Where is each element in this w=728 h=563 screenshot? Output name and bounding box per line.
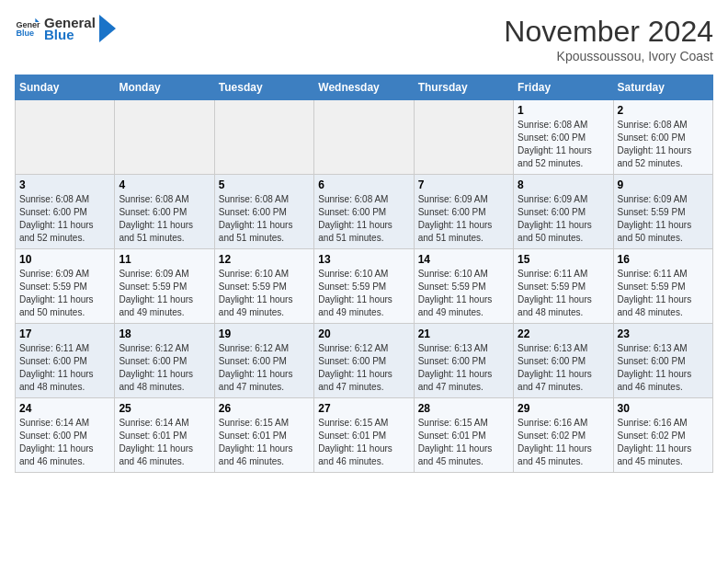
weekday-header: Tuesday — [214, 75, 313, 100]
day-number: 19 — [219, 327, 310, 340]
day-number: 12 — [219, 253, 310, 266]
day-info: Sunrise: 6:16 AMSunset: 6:02 PMDaylight:… — [518, 417, 609, 468]
day-info: Sunrise: 6:13 AMSunset: 6:00 PMDaylight:… — [418, 342, 509, 394]
calendar-cell — [414, 100, 513, 175]
day-number: 24 — [19, 402, 110, 415]
calendar-cell: 5Sunrise: 6:08 AMSunset: 6:00 PMDaylight… — [214, 175, 313, 249]
calendar-cell: 13Sunrise: 6:10 AMSunset: 5:59 PMDayligh… — [314, 249, 414, 324]
day-number: 27 — [318, 402, 409, 415]
calendar-cell — [115, 100, 214, 175]
day-info: Sunrise: 6:09 AMSunset: 6:00 PMDaylight:… — [418, 193, 509, 245]
location-text: Kpoussoussou, Ivory Coast — [504, 49, 713, 63]
day-number: 23 — [618, 327, 709, 340]
weekday-header: Monday — [115, 75, 214, 100]
header-row: SundayMondayTuesdayWednesdayThursdayFrid… — [16, 75, 713, 100]
calendar-cell: 10Sunrise: 6:09 AMSunset: 5:59 PMDayligh… — [16, 249, 115, 324]
day-number: 1 — [518, 104, 609, 117]
day-info: Sunrise: 6:10 AMSunset: 5:59 PMDaylight:… — [219, 268, 310, 319]
day-info: Sunrise: 6:09 AMSunset: 5:59 PMDaylight:… — [618, 193, 709, 245]
logo-arrow-icon — [99, 15, 116, 42]
calendar-cell: 17Sunrise: 6:11 AMSunset: 6:00 PMDayligh… — [16, 324, 115, 398]
day-number: 26 — [219, 402, 310, 415]
day-number: 10 — [19, 253, 110, 266]
day-number: 16 — [618, 253, 709, 266]
day-info: Sunrise: 6:15 AMSunset: 6:01 PMDaylight:… — [418, 417, 509, 468]
day-number: 13 — [318, 253, 409, 266]
calendar-cell: 16Sunrise: 6:11 AMSunset: 5:59 PMDayligh… — [613, 249, 712, 324]
calendar-cell: 6Sunrise: 6:08 AMSunset: 6:00 PMDaylight… — [314, 175, 414, 249]
logo-blue: Blue — [44, 27, 96, 42]
day-number: 21 — [418, 327, 509, 340]
title-block: November 2024 Kpoussoussou, Ivory Coast — [504, 15, 713, 63]
day-number: 8 — [518, 178, 609, 191]
day-info: Sunrise: 6:11 AMSunset: 5:59 PMDaylight:… — [618, 268, 709, 319]
day-number: 7 — [418, 178, 509, 191]
weekday-header: Wednesday — [314, 75, 414, 100]
calendar-cell: 21Sunrise: 6:13 AMSunset: 6:00 PMDayligh… — [414, 324, 513, 398]
day-number: 9 — [618, 178, 709, 191]
calendar-header: SundayMondayTuesdayWednesdayThursdayFrid… — [16, 75, 713, 100]
day-info: Sunrise: 6:11 AMSunset: 5:59 PMDaylight:… — [518, 268, 609, 319]
day-info: Sunrise: 6:09 AMSunset: 5:59 PMDaylight:… — [119, 268, 210, 319]
weekday-header: Friday — [514, 75, 613, 100]
day-number: 29 — [518, 402, 609, 415]
day-number: 2 — [618, 104, 709, 117]
day-number: 18 — [119, 327, 210, 340]
day-info: Sunrise: 6:09 AMSunset: 6:00 PMDaylight:… — [518, 193, 609, 245]
calendar-cell: 30Sunrise: 6:16 AMSunset: 6:02 PMDayligh… — [613, 398, 712, 473]
calendar-week-row: 3Sunrise: 6:08 AMSunset: 6:00 PMDaylight… — [16, 175, 713, 249]
month-title: November 2024 — [504, 15, 713, 49]
day-number: 22 — [518, 327, 609, 340]
day-info: Sunrise: 6:15 AMSunset: 6:01 PMDaylight:… — [318, 417, 409, 468]
calendar-cell — [16, 100, 115, 175]
page-header: General Blue General Blue November 2024 … — [15, 15, 713, 63]
calendar-cell — [214, 100, 313, 175]
day-number: 17 — [19, 327, 110, 340]
calendar-week-row: 24Sunrise: 6:14 AMSunset: 6:00 PMDayligh… — [16, 398, 713, 473]
calendar-cell: 20Sunrise: 6:12 AMSunset: 6:00 PMDayligh… — [314, 324, 414, 398]
day-info: Sunrise: 6:11 AMSunset: 6:00 PMDaylight:… — [19, 342, 110, 394]
day-info: Sunrise: 6:16 AMSunset: 6:02 PMDaylight:… — [618, 417, 709, 468]
day-info: Sunrise: 6:08 AMSunset: 6:00 PMDaylight:… — [119, 193, 210, 245]
day-number: 11 — [119, 253, 210, 266]
calendar-body: 1Sunrise: 6:08 AMSunset: 6:00 PMDaylight… — [16, 100, 713, 473]
day-info: Sunrise: 6:10 AMSunset: 5:59 PMDaylight:… — [318, 268, 409, 319]
calendar-cell: 14Sunrise: 6:10 AMSunset: 5:59 PMDayligh… — [414, 249, 513, 324]
calendar-cell: 27Sunrise: 6:15 AMSunset: 6:01 PMDayligh… — [314, 398, 414, 473]
day-info: Sunrise: 6:12 AMSunset: 6:00 PMDaylight:… — [318, 342, 409, 394]
calendar-cell: 4Sunrise: 6:08 AMSunset: 6:00 PMDaylight… — [115, 175, 214, 249]
day-number: 20 — [318, 327, 409, 340]
day-number: 4 — [119, 178, 210, 191]
day-info: Sunrise: 6:09 AMSunset: 5:59 PMDaylight:… — [19, 268, 110, 319]
weekday-header: Sunday — [16, 75, 115, 100]
calendar-cell: 25Sunrise: 6:14 AMSunset: 6:01 PMDayligh… — [115, 398, 214, 473]
calendar-cell: 9Sunrise: 6:09 AMSunset: 5:59 PMDaylight… — [613, 175, 712, 249]
calendar-cell: 2Sunrise: 6:08 AMSunset: 6:00 PMDaylight… — [613, 100, 712, 175]
logo: General Blue General Blue — [15, 15, 116, 42]
svg-marker-3 — [99, 15, 116, 42]
day-number: 14 — [418, 253, 509, 266]
calendar-cell: 12Sunrise: 6:10 AMSunset: 5:59 PMDayligh… — [214, 249, 313, 324]
day-number: 15 — [518, 253, 609, 266]
day-number: 3 — [19, 178, 110, 191]
calendar-week-row: 1Sunrise: 6:08 AMSunset: 6:00 PMDaylight… — [16, 100, 713, 175]
day-number: 30 — [618, 402, 709, 415]
day-info: Sunrise: 6:08 AMSunset: 6:00 PMDaylight:… — [318, 193, 409, 245]
calendar-cell: 11Sunrise: 6:09 AMSunset: 5:59 PMDayligh… — [115, 249, 214, 324]
day-info: Sunrise: 6:08 AMSunset: 6:00 PMDaylight:… — [219, 193, 310, 245]
calendar-cell — [314, 100, 414, 175]
day-number: 28 — [418, 402, 509, 415]
day-info: Sunrise: 6:08 AMSunset: 6:00 PMDaylight:… — [518, 119, 609, 170]
day-info: Sunrise: 6:12 AMSunset: 6:00 PMDaylight:… — [119, 342, 210, 394]
day-info: Sunrise: 6:13 AMSunset: 6:00 PMDaylight:… — [518, 342, 609, 394]
day-info: Sunrise: 6:14 AMSunset: 6:01 PMDaylight:… — [119, 417, 210, 468]
day-number: 25 — [119, 402, 210, 415]
calendar-cell: 28Sunrise: 6:15 AMSunset: 6:01 PMDayligh… — [414, 398, 513, 473]
calendar-cell: 3Sunrise: 6:08 AMSunset: 6:00 PMDaylight… — [16, 175, 115, 249]
calendar-cell: 15Sunrise: 6:11 AMSunset: 5:59 PMDayligh… — [514, 249, 613, 324]
weekday-header: Saturday — [613, 75, 712, 100]
day-number: 6 — [318, 178, 409, 191]
day-number: 5 — [219, 178, 310, 191]
calendar-cell: 29Sunrise: 6:16 AMSunset: 6:02 PMDayligh… — [514, 398, 613, 473]
calendar-cell: 22Sunrise: 6:13 AMSunset: 6:00 PMDayligh… — [514, 324, 613, 398]
